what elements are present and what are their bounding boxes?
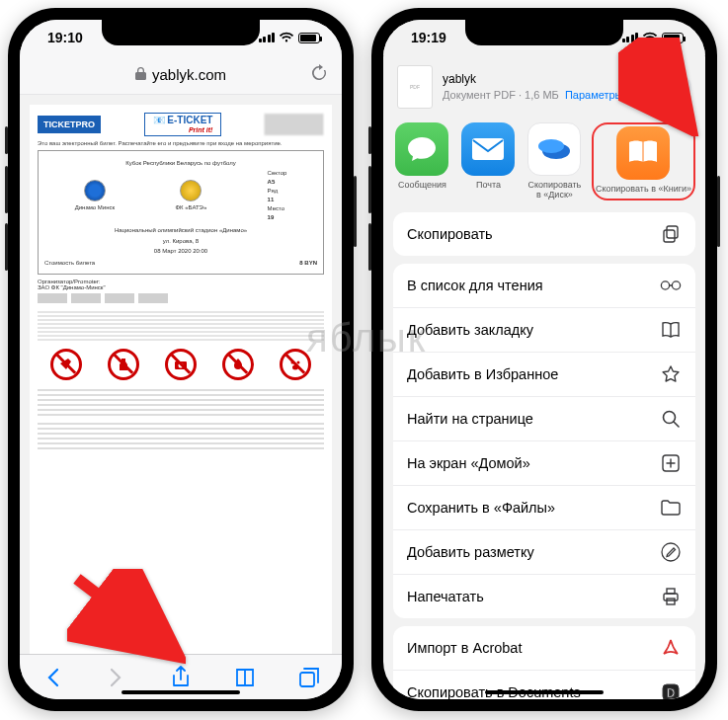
svg-point-3 [297, 360, 300, 363]
svg-point-16 [662, 543, 680, 561]
back-button[interactable] [40, 666, 64, 689]
actions-card-main: В список для чтения Добавить закладку До… [393, 264, 695, 618]
star-icon [660, 363, 682, 385]
app-messages[interactable]: Сообщения [393, 122, 451, 200]
fine-print [38, 309, 324, 341]
org-name: ЗАО ФК "Динамо-Минск" [38, 284, 106, 290]
action-print[interactable]: Напечатать [393, 575, 695, 618]
team2-logo [180, 180, 202, 201]
annotation-arrow-share [67, 569, 186, 672]
action-label: Импорт в Acrobat [407, 640, 522, 656]
annotation-arrow-books [618, 38, 707, 140]
tabs-button[interactable] [297, 666, 321, 689]
lock-icon [135, 66, 146, 84]
no-bottles-icon [108, 349, 139, 380]
folder-icon [660, 497, 682, 519]
svg-point-2 [291, 360, 294, 363]
action-label: Напечатать [407, 589, 484, 604]
svg-rect-17 [664, 594, 678, 600]
svg-rect-11 [667, 226, 678, 238]
safari-address-bar[interactable]: yablyk.com [20, 55, 342, 95]
no-fire-icon [222, 349, 254, 380]
barcode [265, 114, 324, 135]
action-label: На экран «Домой» [407, 455, 530, 471]
seat-label: Место [268, 205, 284, 211]
action-reading-list[interactable]: В список для чтения [393, 264, 695, 308]
document-thumbnail: PDF [397, 65, 433, 109]
book-icon [660, 319, 682, 341]
action-label: Найти на странице [407, 411, 533, 427]
notch [102, 20, 260, 45]
messages-icon [395, 122, 448, 176]
svg-point-9 [538, 139, 564, 153]
action-markup[interactable]: Добавить разметку [393, 530, 695, 575]
action-label: Добавить разметку [407, 544, 534, 560]
svg-point-1 [179, 362, 184, 367]
reload-icon[interactable] [310, 64, 328, 86]
team2-name: ФК «БАТЭ» [176, 203, 207, 211]
app-mail[interactable]: Почта [459, 122, 518, 200]
documents-icon: D [660, 681, 682, 699]
svg-text:D: D [667, 685, 676, 699]
action-favorite[interactable]: Добавить в Избранное [393, 353, 695, 397]
action-label: В список для чтения [407, 278, 543, 293]
glasses-icon [660, 275, 682, 296]
svg-point-13 [672, 281, 680, 289]
document-type: Документ PDF [443, 89, 516, 101]
svg-point-4 [292, 364, 298, 369]
row-label: Ряд [268, 188, 279, 194]
home-indicator[interactable] [485, 690, 604, 694]
plus-square-icon [660, 452, 682, 474]
notch [465, 20, 623, 45]
price-label: Стоимость билета [44, 259, 95, 267]
svg-rect-18 [667, 589, 675, 594]
document-size: 1,6 МБ [525, 89, 559, 101]
app-label: Почта [459, 180, 518, 190]
prohibition-icons [38, 349, 324, 380]
app-label: Скопировать в «Книги» [596, 184, 691, 194]
app-label: Сообщения [393, 180, 451, 190]
eticket-logo: 📧 E-TICKETPrint it! [144, 113, 222, 136]
svg-rect-5 [300, 673, 314, 686]
venue-address: ул. Кирова, 8 [44, 237, 317, 245]
svg-line-23 [628, 47, 678, 112]
action-save-files[interactable]: Сохранить в «Файлы» [393, 486, 695, 530]
action-copy[interactable]: Скопировать [393, 212, 695, 256]
svg-point-12 [661, 281, 669, 289]
phone-left: 19:10 yablyk.com TICKETPRO 📧 E-TICKETPri… [8, 8, 354, 711]
no-cameras-icon [165, 349, 197, 380]
svg-rect-0 [175, 361, 187, 369]
status-time: 19:10 [47, 30, 83, 45]
sector-label: Сектор [268, 170, 287, 176]
row-value: 11 [268, 197, 275, 202]
team1-logo [84, 180, 106, 201]
actions-card-top: Скопировать [393, 212, 695, 256]
svg-rect-10 [664, 230, 675, 242]
action-bookmark[interactable]: Добавить закладку [393, 308, 695, 353]
action-find[interactable]: Найти на странице [393, 397, 695, 441]
home-indicator[interactable] [121, 690, 240, 694]
svg-rect-7 [472, 138, 504, 160]
ticket-subtitle: Это ваш электронный билет. Распечатайте … [38, 140, 324, 146]
eticket-text: E-TICKET [167, 115, 212, 125]
action-acrobat[interactable]: Импорт в Acrobat [393, 626, 695, 671]
address-domain: yablyk.com [152, 66, 226, 83]
bookmarks-button[interactable] [233, 666, 257, 689]
signal-icon [259, 33, 276, 42]
action-homescreen[interactable]: На экран «Домой» [393, 441, 695, 486]
status-time: 19:19 [411, 30, 446, 45]
event-date: 08 Март 2020 20:00 [44, 247, 317, 255]
terms-text-1 [38, 388, 324, 416]
battery-icon [298, 33, 320, 43]
cup-name: Кубок Республики Беларусь по футболу [44, 159, 317, 167]
action-label: Сохранить в «Файлы» [407, 500, 555, 516]
disk-icon [527, 122, 581, 176]
mail-icon [461, 122, 515, 176]
search-icon [660, 408, 682, 430]
copy-icon [660, 223, 682, 245]
actions-card-bottom: Импорт в Acrobat Скопировать в Documents… [393, 626, 695, 699]
action-documents[interactable]: Скопировать в Documents D [393, 671, 695, 699]
no-animals-icon [280, 349, 311, 380]
app-yandex-disk[interactable]: Скопировать в «Диск» [526, 122, 584, 200]
printer-icon [660, 586, 682, 607]
